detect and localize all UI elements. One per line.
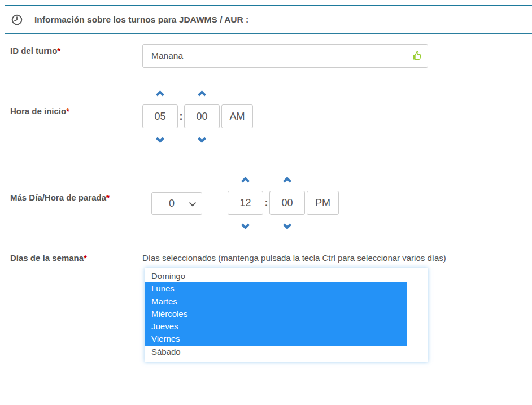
chevron-down-icon (241, 223, 250, 229)
chevron-down-icon (189, 202, 197, 207)
chevron-up-icon (155, 90, 165, 97)
week-days-label: Días de la semana* (10, 253, 87, 263)
week-days-listbox[interactable]: Domingo Lunes Martes Miércoles Jueves Vi… (145, 268, 428, 362)
week-day-option[interactable]: Domingo (145, 270, 428, 282)
stop-hour-decrement-button[interactable] (228, 215, 263, 237)
thumbs-up-icon (411, 50, 423, 64)
stop-day-offset-select[interactable]: 0 (151, 192, 202, 215)
start-hour-increment-button[interactable] (142, 82, 178, 104)
time-separator: : (263, 191, 269, 215)
week-day-option[interactable]: Miércoles (145, 308, 407, 320)
start-minute-decrement-button[interactable] (184, 128, 220, 151)
stop-hour-input[interactable]: 12 (228, 191, 263, 215)
required-asterisk: * (84, 253, 87, 263)
week-day-option[interactable]: Viernes (145, 333, 407, 345)
stop-time-label: Más Día/Hora de parada* (10, 193, 110, 202)
stop-minute-decrement-button[interactable] (269, 215, 305, 237)
week-day-option[interactable]: Jueves (145, 320, 407, 333)
shift-form-page: Información sobre los turnos para JDAWMS… (0, 0, 532, 405)
start-minute-increment-button[interactable] (184, 82, 220, 104)
shift-id-input[interactable] (142, 44, 428, 68)
shift-id-field-wrap (142, 44, 428, 68)
page-title: Información sobre los turnos para JDAWMS… (34, 15, 248, 25)
required-asterisk: * (66, 106, 69, 116)
chevron-up-icon (241, 177, 250, 183)
start-time-label: Hora de inicio* (10, 106, 69, 116)
shift-id-label: ID del turno* (10, 46, 60, 55)
clock-icon (11, 14, 23, 26)
chevron-down-icon (282, 223, 292, 229)
panel-header: Información sobre los turnos para JDAWMS… (5, 6, 532, 34)
chevron-down-icon (197, 137, 207, 143)
stop-meridiem-toggle[interactable]: PM (307, 191, 339, 215)
chevron-down-icon (155, 137, 165, 143)
start-meridiem-toggle[interactable]: AM (221, 104, 253, 128)
start-hour-input[interactable]: 05 (142, 104, 178, 128)
required-asterisk: * (106, 193, 110, 202)
week-days-helper-text: Días seleccionados (mantenga pulsada la … (142, 253, 446, 263)
time-separator: : (178, 104, 184, 128)
stop-minute-increment-button[interactable] (269, 168, 305, 191)
week-day-option[interactable]: Martes (145, 295, 407, 308)
required-asterisk: * (57, 46, 60, 55)
stop-time-picker: 12 : 00 PM (228, 168, 339, 237)
chevron-up-icon (282, 177, 292, 183)
stop-minute-input[interactable]: 00 (269, 191, 305, 215)
week-day-option[interactable]: Sábado (145, 346, 428, 358)
start-minute-input[interactable]: 00 (184, 104, 220, 128)
start-hour-decrement-button[interactable] (142, 128, 178, 151)
chevron-up-icon (197, 90, 207, 97)
stop-hour-increment-button[interactable] (228, 168, 263, 191)
stop-day-offset-value: 0 (169, 198, 175, 210)
week-day-option[interactable]: Lunes (145, 282, 407, 295)
start-time-picker: 05 : 00 AM (142, 82, 253, 151)
